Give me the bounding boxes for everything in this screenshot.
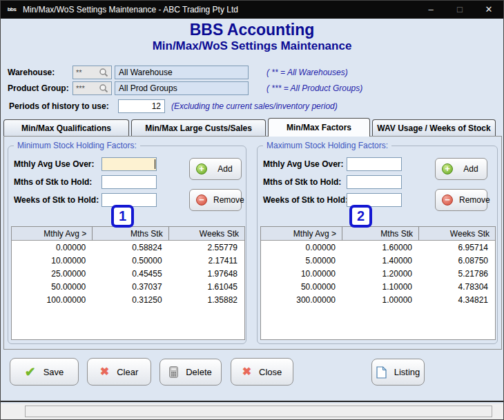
periods-input[interactable] bbox=[118, 99, 165, 113]
cell: 10.00000 bbox=[261, 267, 342, 280]
close-label: Close bbox=[259, 367, 282, 377]
window-title: Min/Max/WoS Settings Maintenance - ABC T… bbox=[23, 5, 411, 14]
table-header-row: Mthly Avg > Mths Stk Weeks Stk bbox=[261, 227, 495, 241]
product-group-code-input[interactable] bbox=[76, 84, 97, 92]
save-label: Save bbox=[43, 367, 64, 377]
close-button[interactable]: ✖ Close bbox=[231, 358, 293, 386]
max-weeks-hold-label: Weeks of Stk to Hold: bbox=[263, 195, 348, 205]
periods-label: Periods of history to use: bbox=[9, 101, 109, 111]
cell: 1.20000 bbox=[342, 267, 419, 280]
tab-minmax-large-custs-sales[interactable]: Min/Max Large Custs/Sales bbox=[131, 119, 266, 136]
min-avg-use-label: Mthly Avg Use Over: bbox=[14, 159, 94, 169]
table-row[interactable]: 50.00000 1.10000 4.78304 bbox=[261, 280, 495, 293]
minimum-factors-groupbox: Minimum Stock Holding Factors: Mthly Avg… bbox=[8, 146, 246, 344]
max-add-button[interactable]: + Add bbox=[435, 158, 487, 180]
periods-note: (Excluding the current sales/inventory p… bbox=[171, 101, 338, 111]
delete-button[interactable]: Delete bbox=[159, 359, 222, 386]
col-header-weeks-stk[interactable]: Weeks Stk bbox=[169, 227, 244, 240]
min-remove-button[interactable]: − Remove bbox=[189, 189, 242, 211]
col-header-mthly-avg[interactable]: Mthly Avg > bbox=[12, 227, 93, 240]
cell: 1.35882 bbox=[169, 293, 244, 306]
cell: 25.00000 bbox=[12, 267, 93, 280]
save-button[interactable]: ✔ Save bbox=[10, 358, 79, 386]
min-mths-hold-input[interactable] bbox=[101, 175, 157, 189]
table-row[interactable]: 10.00000 0.50000 2.17411 bbox=[12, 254, 244, 267]
table-row[interactable]: 0.00000 0.58824 2.55779 bbox=[12, 241, 244, 254]
annotation-badge-1: 1 bbox=[111, 205, 134, 228]
cell: 4.78304 bbox=[419, 280, 495, 293]
maximum-factors-title: Maximum Stock Holding Factors: bbox=[263, 141, 391, 150]
tab-minmax-factors[interactable]: Min/Max Factors bbox=[268, 118, 370, 137]
min-mths-hold-label: Mths of Stk to Hold: bbox=[14, 177, 92, 187]
min-add-button[interactable]: + Add bbox=[189, 158, 242, 180]
product-group-note: ( *** = All Product Groups) bbox=[266, 83, 362, 93]
min-remove-label: Remove bbox=[213, 195, 244, 205]
max-avg-use-input[interactable] bbox=[347, 157, 402, 171]
annotation-badge-2: 2 bbox=[349, 205, 372, 228]
cell: 0.00000 bbox=[261, 241, 342, 254]
col-header-mths-stk[interactable]: Mths Stk bbox=[93, 227, 168, 240]
cell: 6.95714 bbox=[419, 241, 495, 254]
table-row[interactable]: 10.00000 1.20000 5.21786 bbox=[261, 267, 495, 280]
app-icon: bbs bbox=[6, 4, 18, 15]
table-row[interactable]: 300.00000 1.00000 4.34821 bbox=[261, 293, 495, 306]
max-add-label: Add bbox=[459, 164, 487, 174]
cell: 0.31250 bbox=[93, 293, 168, 306]
cell: 1.61045 bbox=[169, 280, 244, 293]
max-remove-button[interactable]: − Remove bbox=[435, 189, 487, 211]
table-row[interactable]: 100.00000 0.31250 1.35882 bbox=[12, 293, 244, 306]
col-header-weeks-stk[interactable]: Weeks Stk bbox=[419, 227, 495, 240]
table-row[interactable]: 5.00000 1.40000 6.08750 bbox=[261, 254, 495, 267]
window-body: BBS Accounting Min/Max/WoS Settings Main… bbox=[1, 19, 503, 402]
warehouse-code-input[interactable] bbox=[76, 68, 97, 77]
table-row[interactable]: 25.00000 0.45455 1.97648 bbox=[12, 267, 244, 280]
cell: 50.00000 bbox=[261, 280, 342, 293]
app-window: bbs Min/Max/WoS Settings Maintenance - A… bbox=[0, 0, 504, 420]
min-weeks-hold-label: Weeks of Stk to Hold: bbox=[14, 195, 99, 205]
cell: 0.37037 bbox=[93, 280, 168, 293]
cell: 5.21786 bbox=[419, 267, 495, 280]
minimize-button[interactable]: – bbox=[416, 1, 445, 19]
title-bar: bbs Min/Max/WoS Settings Maintenance - A… bbox=[1, 1, 503, 19]
cell: 100.00000 bbox=[12, 293, 93, 306]
minus-icon: − bbox=[196, 194, 207, 206]
text-caret bbox=[155, 159, 155, 169]
plus-icon: + bbox=[196, 163, 207, 174]
document-icon bbox=[376, 366, 387, 379]
product-group-code-lookup bbox=[72, 81, 112, 95]
status-bar bbox=[1, 403, 503, 419]
max-mths-hold-input[interactable] bbox=[347, 175, 402, 189]
page-title: Min/Max/WoS Settings Maintenance bbox=[1, 39, 503, 53]
cell: 4.34821 bbox=[419, 293, 495, 306]
minimum-factors-table: Mthly Avg > Mths Stk Weeks Stk 0.00000 0… bbox=[11, 226, 245, 340]
cross-icon: ✖ bbox=[100, 366, 109, 377]
cell: 1.40000 bbox=[342, 254, 419, 267]
close-window-button[interactable]: ✕ bbox=[474, 1, 503, 19]
product-group-search-icon[interactable] bbox=[97, 82, 110, 94]
maximize-button[interactable]: □ bbox=[445, 1, 474, 19]
product-group-label: Product Group: bbox=[8, 83, 69, 93]
col-header-mths-stk[interactable]: Mths Stk bbox=[342, 227, 419, 240]
cell: 0.58824 bbox=[93, 241, 168, 254]
cell: 300.00000 bbox=[261, 293, 342, 306]
table-row[interactable]: 50.00000 0.37037 1.61045 bbox=[12, 280, 244, 293]
max-mths-hold-label: Mths of Stk to Hold: bbox=[263, 177, 341, 187]
cell: 0.45455 bbox=[93, 267, 168, 280]
warehouse-note: ( ** = All Warehouses) bbox=[266, 68, 348, 77]
maximum-factors-table: Mthly Avg > Mths Stk Weeks Stk 0.00000 1… bbox=[260, 226, 496, 340]
tab-wav-usage-weeks-of-stock[interactable]: WAV Usage / Weeks of Stock bbox=[372, 119, 496, 136]
tab-minmax-qualifications[interactable]: Min/Max Qualifications bbox=[3, 119, 129, 136]
cell: 2.55779 bbox=[169, 241, 244, 254]
max-remove-label: Remove bbox=[459, 195, 490, 205]
listing-label: Listing bbox=[394, 367, 420, 377]
clear-button[interactable]: ✖ Clear bbox=[87, 358, 151, 386]
listing-button[interactable]: Listing bbox=[371, 359, 425, 386]
calculator-icon bbox=[169, 366, 178, 378]
warehouse-search-icon[interactable] bbox=[97, 66, 110, 79]
col-header-mthly-avg[interactable]: Mthly Avg > bbox=[261, 227, 342, 240]
cell: 6.08750 bbox=[419, 254, 495, 267]
min-avg-use-input[interactable] bbox=[101, 157, 157, 171]
plus-icon: + bbox=[442, 163, 453, 174]
table-row[interactable]: 0.00000 1.60000 6.95714 bbox=[261, 241, 495, 254]
delete-label: Delete bbox=[186, 367, 212, 377]
